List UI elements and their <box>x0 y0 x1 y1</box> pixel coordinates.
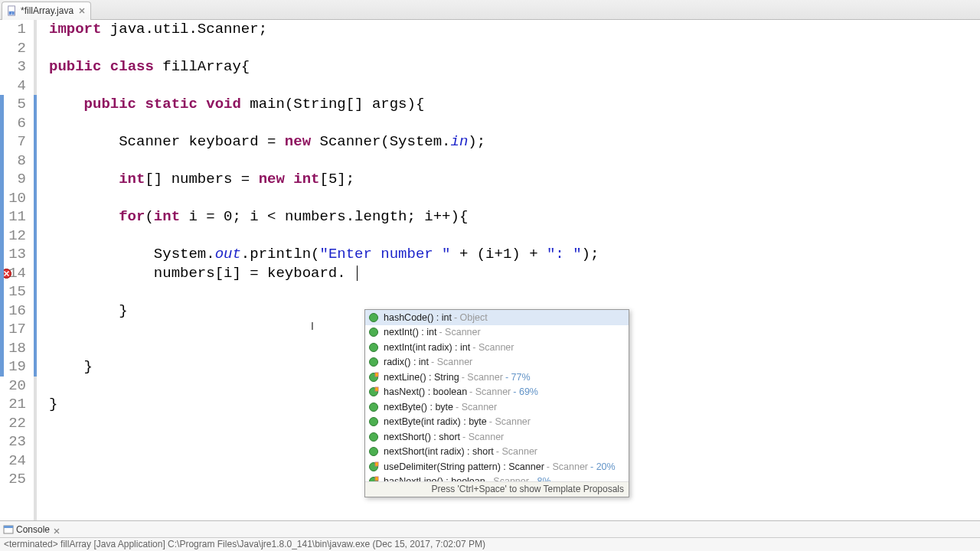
autocomplete-item[interactable]: hasNext() : boolean - Scanner - 69% <box>365 385 629 400</box>
svg-point-17 <box>370 418 378 426</box>
line-number: 19 <box>0 357 26 377</box>
console-tab-label: Console <box>16 524 50 535</box>
line-number: 18 <box>0 339 26 358</box>
line-number: 24 <box>0 452 26 471</box>
file-tab[interactable]: J *fillArray.java <box>2 2 91 20</box>
line-number: 9 <box>0 170 26 189</box>
svg-point-19 <box>370 448 378 456</box>
line-number: 22 <box>0 414 26 433</box>
change-marker-strip <box>0 95 4 377</box>
autocomplete-declaring-type: - Scanner <box>489 416 531 427</box>
code-line[interactable] <box>49 39 980 58</box>
console-icon <box>3 524 14 535</box>
autocomplete-declaring-type: - Scanner <box>462 432 504 442</box>
fold-ruler-highlight <box>34 95 37 377</box>
content-assist-popup[interactable]: hashCode() : int - ObjectnextInt() : int… <box>364 309 629 497</box>
autocomplete-item[interactable]: nextByte(int radix) : byte - Scanner <box>365 415 629 430</box>
autocomplete-list[interactable]: hashCode() : int - ObjectnextInt() : int… <box>365 310 629 481</box>
autocomplete-signature: nextInt() : int <box>384 327 436 337</box>
line-number: 7 <box>0 132 26 152</box>
text-caret-glyph: I <box>311 320 312 334</box>
svg-point-9 <box>370 328 378 337</box>
close-tab-button[interactable] <box>77 7 86 15</box>
autocomplete-relevance: - 8% <box>531 476 551 481</box>
code-line[interactable] <box>49 77 980 96</box>
code-line[interactable]: numbers[i] = keyboard. <box>49 264 980 283</box>
autocomplete-relevance: - 69% <box>513 386 538 397</box>
autocomplete-signature: nextShort(int radix) : short <box>384 446 494 457</box>
line-number: 5 <box>0 95 26 114</box>
autocomplete-signature: nextLine() : String <box>384 372 459 383</box>
autocomplete-declaring-type: - Scanner <box>496 446 537 457</box>
autocomplete-declaring-type: - Scanner <box>469 386 511 397</box>
autocomplete-signature: radix() : int <box>384 357 429 367</box>
autocomplete-declaring-type: - Scanner <box>439 327 480 337</box>
autocomplete-item[interactable]: nextShort(int radix) : short - Scanner <box>365 445 629 460</box>
console-status-line: <terminated> fillArray [Java Application… <box>0 538 980 550</box>
line-number: 14 <box>0 264 26 283</box>
autocomplete-declaring-type: - Scanner <box>431 357 472 367</box>
autocomplete-item[interactable]: nextShort() : short - Scanner <box>365 429 629 445</box>
line-number: 17 <box>0 320 26 339</box>
svg-point-18 <box>370 432 378 441</box>
code-line[interactable]: int[] numbers = new int[5]; <box>49 170 980 189</box>
code-line[interactable]: Scanner keyboard = new Scanner(System.in… <box>49 132 980 152</box>
svg-point-8 <box>370 313 378 321</box>
method-stat-icon <box>368 386 379 397</box>
code-line[interactable]: import java.util.Scanner; <box>49 20 980 39</box>
svg-point-16 <box>370 403 378 411</box>
autocomplete-item[interactable]: radix() : int - Scanner <box>365 355 629 370</box>
code-line[interactable]: public static void main(String[] args){ <box>49 95 980 114</box>
console-tab-close[interactable] <box>54 526 61 533</box>
code-line[interactable] <box>49 189 980 208</box>
editor-tab-bar: J *fillArray.java <box>0 0 980 20</box>
code-line[interactable]: public class fillArray{ <box>49 57 980 77</box>
method-stat-icon <box>368 476 379 481</box>
line-number: 2 <box>0 39 26 58</box>
line-number: 11 <box>0 207 26 227</box>
autocomplete-signature: hasNextLine() : boolean <box>384 476 485 481</box>
method-icon <box>368 402 379 412</box>
method-icon <box>368 327 379 337</box>
code-line[interactable] <box>49 282 980 302</box>
autocomplete-item[interactable]: nextInt() : int - Scanner <box>365 325 629 341</box>
line-number: 8 <box>0 152 26 171</box>
console-tab-row: Console <box>0 521 980 538</box>
autocomplete-signature: nextInt(int radix) : int <box>384 342 470 353</box>
svg-rect-15 <box>375 387 378 391</box>
code-line[interactable] <box>49 152 980 171</box>
autocomplete-item[interactable]: nextByte() : byte - Scanner <box>365 399 629 415</box>
console-tab[interactable]: Console <box>0 522 64 537</box>
autocomplete-item[interactable]: nextLine() : String - Scanner - 77% <box>365 370 629 385</box>
autocomplete-item[interactable]: hashCode() : int - Object <box>365 310 629 325</box>
svg-rect-13 <box>375 373 378 377</box>
method-icon <box>368 416 379 427</box>
autocomplete-item[interactable]: nextInt(int radix) : int - Scanner <box>365 340 629 355</box>
code-line[interactable] <box>49 227 980 246</box>
autocomplete-relevance: - 77% <box>505 372 531 383</box>
text-cursor <box>357 266 358 281</box>
code-editor[interactable]: 1234567891011121314151617181920212223242… <box>0 20 980 520</box>
line-number-gutter: 1234567891011121314151617181920212223242… <box>0 20 34 520</box>
svg-rect-21 <box>375 462 378 466</box>
line-number: 4 <box>0 77 26 96</box>
autocomplete-signature: nextByte(int radix) : byte <box>384 416 487 427</box>
code-line[interactable] <box>49 114 980 133</box>
method-stat-icon <box>368 461 379 472</box>
autocomplete-item[interactable]: useDelimiter(String pattern) : Scanner -… <box>365 459 629 474</box>
method-icon <box>368 432 379 442</box>
method-icon <box>368 312 379 323</box>
code-line[interactable]: System.out.println("Enter number " + (i+… <box>49 245 980 264</box>
line-number: 20 <box>0 377 26 396</box>
line-number: 1 <box>0 20 26 39</box>
line-number: 15 <box>0 282 26 302</box>
java-file-icon: J <box>7 5 18 16</box>
line-number: 12 <box>0 227 26 246</box>
code-line[interactable]: for(int i = 0; i < numbers.length; i++){ <box>49 207 980 227</box>
autocomplete-item[interactable]: hasNextLine() : boolean - Scanner - 8% <box>365 474 629 482</box>
svg-rect-25 <box>4 526 13 528</box>
line-number: 16 <box>0 302 26 321</box>
autocomplete-signature: hashCode() : int <box>384 312 452 323</box>
line-number: 3 <box>0 57 26 77</box>
svg-point-11 <box>370 358 378 367</box>
